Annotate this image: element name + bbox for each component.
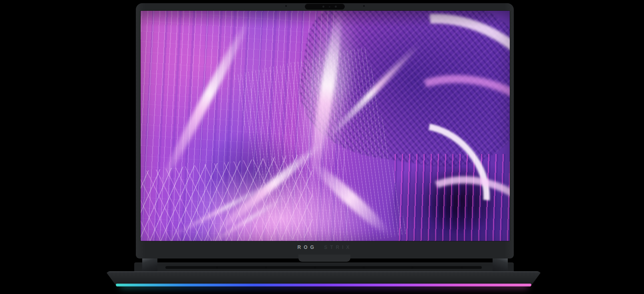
microphone-hole-icon xyxy=(285,5,287,7)
product-photo-stage: ROG STRIX xyxy=(0,0,644,294)
microphone-hole-icon xyxy=(363,5,365,7)
hinge-cover-dot xyxy=(461,266,463,268)
brand-logo-strix: STRIX xyxy=(324,245,352,250)
hinge-cover-dot xyxy=(411,266,413,268)
hinge-cover-dot xyxy=(265,266,267,268)
brand-logo: ROG STRIX xyxy=(136,245,514,250)
rgb-lightbar xyxy=(116,284,531,286)
webcam-module xyxy=(305,4,345,10)
screen-vignette xyxy=(141,11,510,241)
laptop-lid: ROG STRIX xyxy=(136,3,514,258)
vent-slot xyxy=(165,266,482,269)
camera-lens-icon xyxy=(335,6,337,8)
laptop-base xyxy=(105,271,542,286)
hinge-cover-dot xyxy=(314,266,316,268)
camera-lens-icon xyxy=(322,6,324,8)
hinge-cover-dot xyxy=(216,266,218,268)
lid-lip xyxy=(298,255,350,262)
hinge-cover-dot xyxy=(363,266,365,268)
brand-logo-rog: ROG xyxy=(297,245,316,250)
ir-sensor-icon xyxy=(329,6,330,8)
laptop-screen xyxy=(141,11,510,241)
